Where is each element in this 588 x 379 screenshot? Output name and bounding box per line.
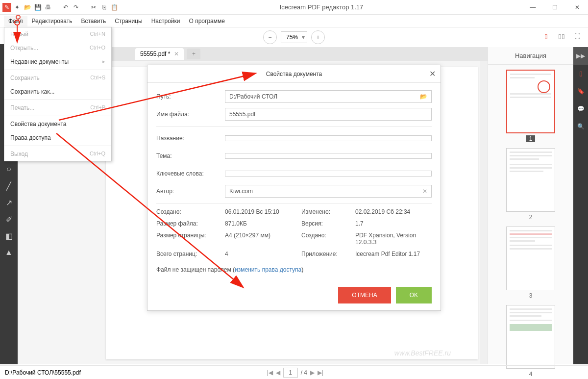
dialog-close-icon[interactable]: ✕	[429, 69, 436, 78]
first-page-button[interactable]: |◀	[267, 369, 273, 376]
label-filename: Имя файла:	[156, 111, 225, 118]
field-filename[interactable]: 55555.pdf	[225, 108, 432, 121]
label-keywords: Ключевые слова:	[156, 170, 225, 177]
value-created: 06.01.2019 Вс 15:10	[225, 208, 301, 215]
field-path[interactable]: D:/Рабочий СТОЛ📂	[225, 90, 432, 103]
minimize-button[interactable]: —	[522, 0, 544, 15]
field-subject[interactable]	[225, 153, 432, 159]
app-icon: ✎	[2, 3, 11, 12]
watermark: www.BestFREE.ru	[394, 349, 451, 357]
comments-tab-icon[interactable]: 💬	[573, 100, 588, 118]
menu-item-open[interactable]: Открыть...Ctrl+O	[4, 41, 111, 55]
menu-item-recent[interactable]: Недавние документы▸	[4, 55, 111, 69]
tool-arrow-icon[interactable]: ↗	[0, 194, 18, 211]
page-input[interactable]: 1	[283, 368, 298, 378]
zoom-out-button[interactable]: −	[263, 30, 277, 44]
menu-item-properties[interactable]: Свойства документа	[4, 117, 111, 131]
label-modified: Изменено:	[301, 208, 355, 215]
menu-edit[interactable]: Редактировать	[27, 16, 77, 26]
menu-item-saveas[interactable]: Сохранить как...	[4, 85, 111, 99]
maximize-button[interactable]: ☐	[544, 0, 566, 15]
view-controls: ▯ ▯▯ ⛶	[540, 30, 583, 42]
undo-icon[interactable]: ↶	[61, 3, 70, 12]
vertical-scrollbar[interactable]	[480, 61, 488, 364]
close-button[interactable]: ✕	[566, 0, 588, 15]
cancel-button[interactable]: ОТМЕНА	[338, 287, 391, 303]
collapse-panel-icon[interactable]: ▶▶	[573, 47, 588, 65]
label-subject: Тема:	[156, 152, 225, 159]
menu-settings[interactable]: Настройки	[147, 16, 185, 26]
tool-eraser-icon[interactable]: ◧	[0, 227, 18, 244]
tool-circle-icon[interactable]: ○	[0, 161, 18, 177]
menu-item-permissions[interactable]: Права доступа	[4, 131, 111, 145]
value-creator: PDF Xpansion, Version 12.0.3.3	[355, 232, 432, 246]
label-filesize: Размер файла:	[156, 220, 225, 227]
clear-icon[interactable]: ✕	[422, 188, 427, 195]
view-double-icon[interactable]: ▯▯	[556, 30, 567, 42]
copy-icon[interactable]: ⎘	[99, 3, 108, 12]
value-pagesize: A4 (210×297 мм)	[225, 232, 301, 246]
menu-item-new[interactable]: НовыйCtrl+N	[4, 27, 111, 41]
tool-line-icon[interactable]: ╱	[0, 177, 18, 194]
label-pagecount: Всего страниц:	[156, 251, 225, 257]
open-icon[interactable]: 📂	[23, 3, 32, 12]
new-doc-icon[interactable]: ✦	[13, 3, 22, 12]
bookmarks-tab-icon[interactable]: 🔖	[573, 82, 588, 100]
label-creator: Создано:	[301, 232, 355, 246]
last-page-button[interactable]: ▶|	[318, 369, 323, 376]
value-pagecount: 4	[225, 251, 301, 257]
navigation-title: Навигация	[488, 47, 573, 65]
menu-about[interactable]: О программе	[184, 16, 229, 26]
menu-pages[interactable]: Страницы	[110, 16, 147, 26]
label-application: Приложение:	[301, 251, 355, 257]
menu-insert[interactable]: Вставить	[76, 16, 110, 26]
add-tab-button[interactable]: +	[187, 49, 200, 59]
menu-file[interactable]: Файл	[4, 16, 27, 26]
next-page-button[interactable]: ▶	[310, 369, 315, 376]
print-icon[interactable]: 🖶	[44, 3, 52, 12]
field-name[interactable]	[225, 135, 432, 141]
prev-page-button[interactable]: ◀	[276, 369, 280, 376]
search-tab-icon[interactable]: 🔍	[573, 118, 588, 135]
save-icon[interactable]: 💾	[33, 3, 42, 12]
status-path: D:\Рабочий СТОЛ\55555.pdf	[5, 369, 81, 376]
pages-tab-icon[interactable]: ▯	[573, 65, 588, 82]
zoom-in-button[interactable]: +	[311, 30, 325, 44]
value-application: Icecream Pdf Editor 1.17	[355, 251, 432, 257]
menu-item-print[interactable]: Печать...Ctrl+P	[4, 101, 111, 115]
label-created: Создано:	[156, 208, 225, 215]
right-tab-bar: ▶▶ ▯ 🔖 💬 🔍	[573, 47, 588, 364]
window-title: Icecream PDF редактор 1.17	[121, 3, 522, 11]
field-author[interactable]: Kiwi.com✕	[225, 185, 432, 198]
menu-item-save[interactable]: СохранитьCtrl+S	[4, 71, 111, 85]
redo-icon[interactable]: ↷	[72, 3, 80, 12]
label-name: Название:	[156, 135, 225, 142]
protection-status: Файл не защищен паролем (изменить права …	[156, 266, 432, 273]
ok-button[interactable]: OK	[396, 287, 432, 303]
page-total: / 4	[301, 369, 307, 376]
value-version: 1.7	[355, 220, 432, 227]
page-navigator: |◀ ◀ 1 / 4 ▶ ▶|	[267, 368, 324, 378]
fullscreen-icon[interactable]: ⛶	[571, 30, 583, 42]
menu-item-exit[interactable]: ВыходCtrl+Q	[4, 147, 111, 161]
tool-stamp-icon[interactable]: ▲	[0, 244, 18, 261]
change-permissions-link[interactable]: изменить права доступа	[235, 266, 301, 273]
document-tab-label: 55555.pdf *	[140, 51, 170, 57]
paste-icon[interactable]: 📋	[110, 3, 119, 12]
field-keywords[interactable]	[225, 171, 432, 177]
close-tab-icon[interactable]: ✕	[174, 51, 179, 57]
tool-pencil-icon[interactable]: ✐	[0, 211, 18, 227]
page-thumbnail[interactable]: 2	[506, 148, 555, 221]
page-thumbnail[interactable]: 3	[506, 227, 555, 299]
view-single-icon[interactable]: ▯	[540, 30, 552, 42]
page-thumbnail[interactable]: 1	[506, 70, 555, 142]
menu-bar: Файл Редактировать Вставить Страницы Нас…	[0, 15, 588, 27]
label-version: Версия:	[301, 220, 355, 227]
document-tab[interactable]: 55555.pdf * ✕	[135, 48, 184, 60]
browse-icon[interactable]: 📂	[420, 93, 427, 100]
value-modified: 02.02.2019 Сб 22:34	[355, 208, 432, 215]
cut-icon[interactable]: ✂	[89, 3, 98, 12]
dialog-title-bar: Свойства документа ✕	[147, 65, 441, 83]
status-bar: D:\Рабочий СТОЛ\55555.pdf |◀ ◀ 1 / 4 ▶ ▶…	[0, 365, 588, 379]
zoom-select[interactable]: 75%	[281, 31, 307, 43]
